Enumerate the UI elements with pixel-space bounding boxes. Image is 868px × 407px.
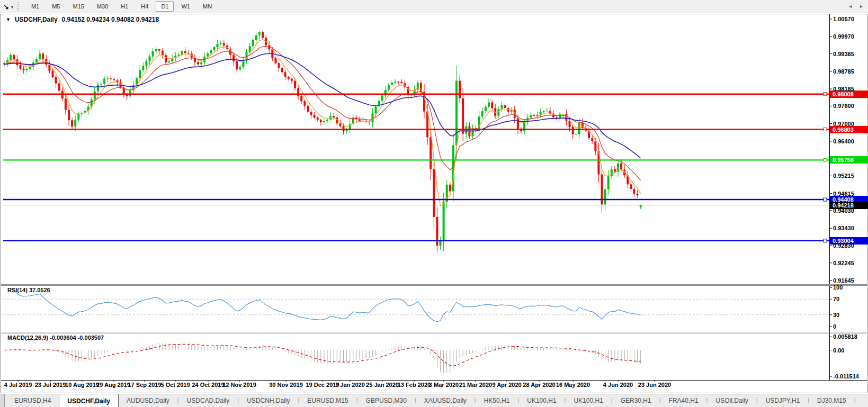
window-menu-icon[interactable]: ▼ xyxy=(6,17,11,22)
tab-uk100-h1[interactable]: UK100,H1 xyxy=(519,394,564,407)
tab-fra40-h1[interactable]: FRA40,H1 xyxy=(661,394,706,407)
tab-eurusd-m15[interactable]: EURUSD,M15 xyxy=(299,394,356,407)
tab-separator: | xyxy=(854,394,856,407)
cursor-tool-icon[interactable]: ↘ xyxy=(3,3,10,11)
tab-audusd-daily[interactable]: AUDUSD,Daily xyxy=(119,394,177,407)
timeframe-button-h1[interactable]: H1 xyxy=(115,1,133,12)
chart-symbol-label: USDCHF,Daily xyxy=(15,16,58,23)
timeframe-toolbar: ↘ ▾ M1M5M15M30H1H4D1W1MN xyxy=(0,0,868,13)
tab-usdcad-daily[interactable]: USDCAD,Daily xyxy=(179,394,238,407)
trading-platform-window: ↘ ▾ M1M5M15M30H1H4D1W1MN ▼ USDCHF,Daily … xyxy=(0,0,868,407)
symbol-tabs: EURUSD,H4USDCHF,DailyAUDUSD,Daily|USDCAD… xyxy=(6,394,856,407)
timeframe-button-h4[interactable]: H4 xyxy=(136,1,154,12)
tab-eurusd-h4[interactable]: EURUSD,H4 xyxy=(6,394,59,407)
timeframe-button-d1[interactable]: D1 xyxy=(156,1,174,12)
rsi-indicator-label: RSI(14) 37.0526 xyxy=(7,287,50,293)
level-anchor-marker[interactable] xyxy=(824,239,827,242)
chevron-down-icon[interactable]: ▾ xyxy=(11,5,13,10)
tab-hk50-h1[interactable]: HK50,H1 xyxy=(476,394,518,407)
tab-usdjpy-h1[interactable]: USDJPY,H1 xyxy=(758,394,808,407)
timeframe-button-m5[interactable]: M5 xyxy=(47,1,65,12)
tab-usdcnh-daily[interactable]: USDCNH,Daily xyxy=(239,394,298,407)
tabbar-grip[interactable] xyxy=(0,394,5,407)
timeframe-button-m15[interactable]: M15 xyxy=(67,1,89,12)
timeframe-button-mn[interactable]: MN xyxy=(198,1,217,12)
chart-ohlc-values: 0.94152 0.94234 0.94082 0.94218 xyxy=(62,16,159,23)
tab-scroll-left-icon[interactable]: ◄ xyxy=(848,4,853,9)
tab-usoil-daily[interactable]: USOil,Daily xyxy=(708,394,756,407)
timeframe-button-w1[interactable]: W1 xyxy=(176,1,195,12)
level-anchor-marker[interactable] xyxy=(824,93,827,96)
tab-uk100-h1[interactable]: UK100,H1 xyxy=(566,394,611,407)
symbol-tabbar: EURUSD,H4USDCHF,DailyAUDUSD,Daily|USDCAD… xyxy=(0,394,868,407)
tab-scroll-right-icon[interactable]: ► xyxy=(859,4,864,9)
tab-xauusd-daily[interactable]: XAUUSD,Daily xyxy=(416,394,475,407)
timeframe-buttons: M1M5M15M30H1H4D1W1MN xyxy=(25,1,218,12)
macd-indicator-label: MACD(12,26,9) -0.003604 -0.003507 xyxy=(7,334,104,341)
tab-scroll-arrows: ◄ ► xyxy=(848,4,864,9)
tab-gbpusd-m30[interactable]: GBPUSD,M30 xyxy=(358,394,415,407)
tab-usdchf-daily[interactable]: USDCHF,Daily xyxy=(59,394,119,407)
chart-title: ▼ USDCHF,Daily 0.94152 0.94234 0.94082 0… xyxy=(6,16,159,23)
chart-canvas[interactable] xyxy=(0,0,868,407)
level-anchor-marker[interactable] xyxy=(824,198,827,201)
tab-ger30-h1[interactable]: GER30,H1 xyxy=(613,394,659,407)
level-anchor-marker[interactable] xyxy=(824,128,827,131)
tab-dj30-m15[interactable]: DJ30,M15 xyxy=(809,394,854,407)
level-anchor-marker[interactable] xyxy=(824,158,827,161)
toolbar-grip[interactable] xyxy=(17,2,20,11)
timeframe-button-m30[interactable]: M30 xyxy=(92,1,113,12)
timeframe-button-m1[interactable]: M1 xyxy=(26,1,44,12)
